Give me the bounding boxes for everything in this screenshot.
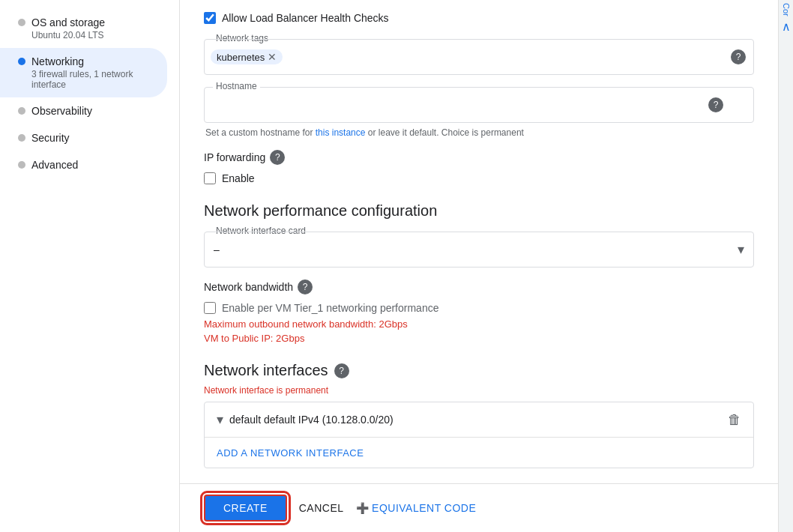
sidebar-item-advanced[interactable]: Advanced (0, 151, 167, 178)
interface-row: ▾ default default IPv4 (10.128.0.0/20) 🗑 (205, 402, 753, 438)
bandwidth-tier-label: Enable per VM Tier_1 networking performa… (222, 302, 438, 314)
sidebar-item-networking[interactable]: Networking 3 firewall rules, 1 network i… (0, 48, 167, 97)
ip-forwarding-checkbox[interactable] (204, 172, 216, 184)
network-performance-heading: Network performance configuration (204, 202, 754, 220)
interface-name: default default IPv4 (10.128.0.0/20) (229, 414, 722, 426)
hostname-help-icon[interactable]: ? (708, 97, 723, 112)
hostname-input-wrapper: ? (204, 87, 754, 123)
sidebar-label-networking: Networking (31, 55, 84, 67)
content-area: Allow Load Balancer Health Checks Networ… (180, 0, 778, 483)
sidebar-label-security: Security (31, 132, 70, 144)
permanent-note: Network interface is permanent (204, 385, 754, 396)
interface-box: ▾ default default IPv4 (10.128.0.0/20) 🗑… (204, 402, 754, 468)
sidebar-dot-networking (18, 58, 25, 65)
sidebar-item-os-storage[interactable]: OS and storage Ubuntu 20.04 LTS (0, 9, 167, 48)
bandwidth-help-icon[interactable]: ? (298, 279, 313, 294)
ip-forwarding-label: IP forwarding (204, 151, 265, 163)
sidebar-dot-observability (18, 107, 25, 115)
load-balancer-checkbox[interactable] (204, 12, 216, 24)
main-panel: Allow Load Balancer Health Checks Networ… (180, 0, 778, 532)
sidebar-label-advanced: Advanced (31, 159, 78, 171)
right-panel-chevron-icon[interactable]: ∧ (782, 19, 791, 34)
ip-forwarding-enable-label: Enable (222, 172, 255, 184)
nic-dropdown-wrapper[interactable]: – ▾ (204, 232, 754, 267)
sidebar-item-observability[interactable]: Observability (0, 97, 167, 124)
equiv-icon: ➕ (356, 502, 370, 514)
bandwidth-heading-row: Network bandwidth ? (204, 279, 754, 294)
equiv-label: EQUIVALENT CODE (372, 502, 476, 514)
sidebar-dot-security (18, 134, 25, 142)
ip-forwarding-enable-row: Enable (204, 172, 754, 184)
network-interfaces-section: Network interfaces ? Network interface i… (204, 344, 754, 468)
ip-forwarding-help-icon[interactable]: ? (270, 150, 285, 165)
nic-value: – (214, 244, 220, 256)
sidebar-dot-advanced (18, 161, 25, 169)
sidebar-label-observability: Observability (31, 105, 92, 117)
tag-chip-text: kubernetes (217, 52, 265, 63)
network-tags-wrapper[interactable]: kubernetes ✕ ? (204, 39, 754, 75)
footer: CREATE CANCEL ➕ EQUIVALENT CODE (180, 483, 778, 532)
interface-delete-icon[interactable]: 🗑 (728, 412, 741, 428)
tag-chip-remove[interactable]: ✕ (268, 51, 277, 63)
network-tags-group: Network tags kubernetes ✕ ? (204, 39, 754, 75)
hostname-label: Hostname (213, 81, 260, 91)
nic-group: Network interface card – ▾ (204, 232, 754, 267)
create-button[interactable]: CREATE (204, 495, 287, 522)
bandwidth-checkbox-row: Enable per VM Tier_1 networking performa… (204, 302, 754, 314)
add-interface-row: ADD A NETWORK INTERFACE (205, 438, 753, 468)
sidebar-item-security[interactable]: Security (0, 124, 167, 151)
network-tags-help[interactable]: ? (731, 49, 746, 64)
bandwidth-label: Network bandwidth (204, 281, 293, 293)
sidebar-sub-os-storage: Ubuntu 20.04 LTS (31, 30, 149, 40)
load-balancer-label: Allow Load Balancer Health Checks (222, 12, 389, 24)
cancel-button[interactable]: CANCEL (299, 502, 344, 514)
interface-expand-icon[interactable]: ▾ (217, 411, 223, 428)
network-tags-help-icon[interactable]: ? (731, 49, 746, 64)
load-balancer-row: Allow Load Balancer Health Checks (204, 12, 754, 24)
network-bandwidth-section: Network bandwidth ? Enable per VM Tier_1… (204, 279, 754, 344)
network-interfaces-heading: Network interfaces (204, 362, 328, 379)
add-interface-button[interactable]: ADD A NETWORK INTERFACE (217, 447, 364, 459)
hostname-hint: Set a custom hostname for this instance … (205, 127, 754, 138)
ip-forwarding-row: IP forwarding ? (204, 150, 754, 165)
sidebar-sub-networking: 3 firewall rules, 1 network interface (31, 69, 149, 90)
network-performance-section: Network performance configuration Networ… (204, 202, 754, 267)
sidebar-label-os-storage: OS and storage (31, 16, 105, 28)
bandwidth-info-line1: Maximum outbound network bandwidth: 2Gbp… (204, 318, 754, 330)
hostname-input[interactable] (214, 99, 708, 111)
equivalent-code-button[interactable]: ➕ EQUIVALENT CODE (356, 502, 477, 514)
right-panel: Cor ∧ (778, 0, 793, 532)
tag-chip-kubernetes: kubernetes ✕ (211, 49, 283, 64)
sidebar-dot-os-storage (18, 19, 25, 26)
bandwidth-info-line2: VM to Public IP: 2Gbps (204, 333, 754, 344)
sidebar: OS and storage Ubuntu 20.04 LTS Networki… (0, 0, 180, 532)
right-panel-link[interactable]: Cor (782, 3, 791, 16)
bandwidth-tier-checkbox[interactable] (204, 302, 216, 314)
ip-forwarding-section: IP forwarding ? Enable (204, 150, 754, 184)
network-interfaces-heading-row: Network interfaces ? (204, 344, 754, 379)
hostname-group: Hostname ? Set a custom hostname for thi… (204, 87, 754, 138)
nic-dropdown-arrow-icon: ▾ (738, 241, 744, 258)
network-interfaces-help-icon[interactable]: ? (334, 363, 349, 378)
